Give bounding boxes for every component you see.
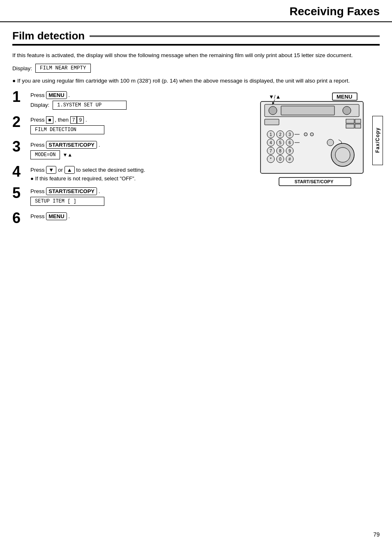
- main-content: If this feature is activated, the displa…: [12, 51, 380, 231]
- display-line: Display: FILM NEAR EMPTY: [12, 64, 380, 73]
- step-2-content: Press ■ , then 79 . FILM DETECTION: [30, 116, 248, 135]
- step-3-arrow: ▼▲: [62, 152, 72, 158]
- svg-text:6: 6: [288, 141, 291, 145]
- step-3-display-value: MODE=ON: [30, 150, 60, 159]
- step-3-text: Press START/SET/COPY .: [30, 141, 248, 149]
- down-key: ▼: [46, 166, 56, 174]
- nav-label-text: ▼/▲: [269, 94, 281, 100]
- step-2-display: FILM DETECTION: [30, 125, 248, 134]
- section-title: Film detection: [12, 30, 85, 42]
- bullet-symbol: ●: [12, 78, 17, 84]
- display-value: FILM NEAR EMPTY: [35, 64, 91, 73]
- svg-point-18: [304, 133, 307, 136]
- step-5-content: Press START/SET/COPY . SETUP ITEM [ ]: [30, 187, 248, 207]
- svg-rect-9: [355, 119, 361, 123]
- step-5-display-value: SETUP ITEM [ ]: [30, 197, 104, 206]
- step-3: 3 Press START/SET/COPY . MODE=ON ▼▲: [12, 141, 248, 160]
- svg-text:4: 4: [270, 141, 272, 145]
- svg-point-19: [310, 133, 314, 136]
- intro-paragraph: If this feature is activated, the displa…: [12, 51, 380, 60]
- step-5-number: 5: [12, 186, 27, 200]
- menu-key-1: MENU: [46, 91, 67, 99]
- key-9: 9: [77, 116, 84, 124]
- step-3-display: MODE=ON ▼▲: [30, 150, 248, 159]
- svg-rect-6: [265, 119, 279, 125]
- svg-text:1: 1: [270, 132, 272, 137]
- step-4-number: 4: [12, 164, 27, 179]
- svg-text:START/SET/COPY: START/SET/COPY: [295, 179, 334, 184]
- start-set-copy-key-3: START/SET/COPY: [46, 141, 97, 149]
- menu-key-6: MENU: [46, 212, 67, 220]
- up-key: ▲: [65, 166, 75, 174]
- start-set-copy-key-5: START/SET/COPY: [46, 187, 97, 195]
- side-tab-label: Fax/Copy: [375, 127, 380, 153]
- step-4-subbullet: ● If this feature is not required, selec…: [30, 175, 248, 182]
- key-7: 7: [70, 116, 77, 124]
- title-underline: [90, 35, 380, 37]
- step-4: 4 Press ▼ or ▲ to select the desired set…: [12, 166, 248, 182]
- step-2-text: Press ■ , then 79 .: [30, 116, 248, 124]
- step-5: 5 Press START/SET/COPY . SETUP ITEM [ ]: [12, 187, 248, 207]
- device-column: ▼/▲ MENU: [256, 91, 380, 231]
- steps-area: 1 Press MENU . Display: 1.SYSTEM SET UP …: [12, 91, 380, 231]
- page-number: 79: [373, 531, 380, 538]
- step-6: 6 Press MENU .: [12, 212, 248, 226]
- svg-text:#: #: [288, 157, 291, 161]
- step-3-content: Press START/SET/COPY . MODE=ON ▼▲: [30, 141, 248, 160]
- svg-point-3: [269, 106, 277, 115]
- page-header: Receiving Faxes: [0, 0, 392, 22]
- step-2-number: 2: [12, 115, 27, 129]
- step-2-display-value: FILM DETECTION: [30, 125, 104, 134]
- step-1-display: Display: 1.SYSTEM SET UP: [30, 101, 248, 110]
- menu-label-text: MENU: [337, 94, 352, 100]
- svg-point-27: [327, 139, 334, 146]
- bullet-note: ● If you are using regular film cartridg…: [12, 77, 380, 85]
- svg-rect-4: [281, 106, 334, 115]
- svg-point-5: [343, 106, 351, 115]
- svg-text:7: 7: [270, 149, 272, 153]
- svg-text:3: 3: [288, 132, 291, 137]
- svg-text:9: 9: [288, 149, 291, 153]
- svg-point-41: [335, 147, 350, 162]
- section-title-bar: Film detection: [12, 30, 380, 46]
- svg-text:2: 2: [279, 132, 281, 137]
- svg-text:*: *: [270, 157, 272, 161]
- step-1: 1 Press MENU . Display: 1.SYSTEM SET UP: [12, 91, 248, 111]
- side-tab: Fax/Copy: [372, 116, 383, 165]
- svg-text:5: 5: [279, 141, 281, 145]
- step-1-display-label: Display:: [30, 102, 49, 108]
- step-4-text: Press ▼ or ▲ to select the desired setti…: [30, 166, 248, 174]
- step-6-text: Press MENU .: [30, 212, 248, 220]
- step-3-number: 3: [12, 139, 27, 154]
- step-2: 2 Press ■ , then 79 . FILM DETECTION: [12, 116, 248, 135]
- step-4-content: Press ▼ or ▲ to select the desired setti…: [30, 166, 248, 182]
- bullet-text: If you are using regular film cartridge …: [17, 78, 350, 84]
- svg-rect-10: [355, 124, 361, 128]
- svg-text:0: 0: [279, 157, 281, 161]
- step-1-text: Press MENU .: [30, 91, 248, 99]
- device-svg: ▼/▲ MENU: [256, 91, 371, 223]
- device-diagram: ▼/▲ MENU: [256, 91, 371, 224]
- step-5-text: Press START/SET/COPY .: [30, 187, 248, 195]
- step-6-number: 6: [12, 211, 27, 226]
- step-1-display-value: 1.SYSTEM SET UP: [53, 101, 127, 110]
- step-5-display: SETUP ITEM [ ]: [30, 197, 248, 206]
- step-1-content: Press MENU . Display: 1.SYSTEM SET UP: [30, 91, 248, 111]
- svg-rect-7: [346, 119, 354, 123]
- step-6-content: Press MENU .: [30, 212, 248, 222]
- steps-column: 1 Press MENU . Display: 1.SYSTEM SET UP …: [12, 91, 256, 231]
- step-1-number: 1: [12, 90, 27, 104]
- page-title: Receiving Faxes: [0, 5, 380, 18]
- hash-key: ■: [46, 116, 53, 124]
- display-label: Display:: [12, 65, 32, 71]
- svg-rect-8: [346, 124, 354, 128]
- svg-text:8: 8: [279, 149, 281, 153]
